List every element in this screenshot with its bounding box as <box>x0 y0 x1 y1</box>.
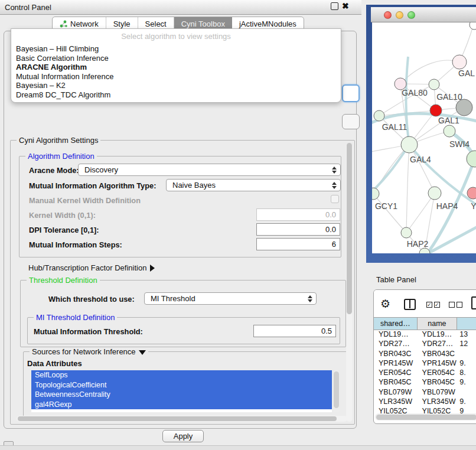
dropdown-prompt: Select algorithm to view settings <box>11 32 341 41</box>
network-edge[interactable] <box>373 194 406 233</box>
sources-title[interactable]: Sources for Network Inference <box>30 347 148 356</box>
hub-definition-toggle[interactable]: Hub/Transcription Factor Definition <box>28 263 155 272</box>
table-row[interactable]: YDL19…YDL19…13 <box>374 330 476 340</box>
close-traffic-light-icon[interactable] <box>384 11 392 19</box>
network-node-gcy1[interactable] <box>372 188 379 200</box>
table-row[interactable]: YLR345WYLR345W9. <box>374 397 476 407</box>
dpi-tolerance-label: DPI Tolerance [0,1]: <box>29 226 99 234</box>
mi-threshold-label: Mutual Information Threshold: <box>34 327 143 336</box>
dropdown-item[interactable]: Bayesian – Hill Climbing <box>15 44 337 54</box>
float-window-icon[interactable] <box>331 2 338 10</box>
table-row[interactable]: YBL079WYBL079W <box>374 388 476 397</box>
apply-button[interactable]: Apply <box>162 430 204 442</box>
kernel-width-field[interactable]: 0.0 <box>256 208 340 221</box>
network-edge-thick[interactable] <box>427 226 476 253</box>
close-icon[interactable]: ✖ <box>342 1 349 11</box>
dropdown-item[interactable]: Bayesian – K2 <box>15 81 337 90</box>
table-cell: YDL19… <box>418 330 458 340</box>
dropdown-item[interactable]: ARACNE Algorithm <box>15 63 337 72</box>
focused-button-fragment[interactable] <box>342 84 360 102</box>
network-edge-thick[interactable] <box>409 145 476 207</box>
network-node[interactable] <box>467 151 476 167</box>
aracne-mode-select[interactable]: Discovery <box>78 164 341 176</box>
attributes-scrollbar[interactable] <box>333 370 340 412</box>
zoom-traffic-light-icon[interactable] <box>407 11 415 19</box>
unchecked-checkboxes-icon[interactable] <box>449 302 462 308</box>
table-row[interactable]: YBR043CYBR043C <box>374 350 476 359</box>
mi-threshold-definition-group: MI Threshold Definition Mutual Informati… <box>27 317 340 344</box>
node-label: GAL11 <box>382 122 407 132</box>
node-label: GAL80 <box>402 88 428 97</box>
data-attributes-list[interactable]: SelfLoopsTopologicalCoefficientBetweenne… <box>31 370 332 412</box>
network-canvas[interactable]: GALGAL80GAL10GAL1GAL11SWI4GAL4GCY1HAP4YH… <box>372 22 476 253</box>
network-node-hap4[interactable] <box>428 187 441 200</box>
network-node-gal11[interactable] <box>374 110 384 121</box>
dropdown-items: Bayesian – Hill ClimbingBasic Correlatio… <box>15 44 337 99</box>
table-cell: YDL19… <box>374 330 418 340</box>
network-edge-thick[interactable] <box>372 145 409 195</box>
which-threshold-label: Which threshold to use: <box>48 295 135 304</box>
dropdown-item[interactable]: Basic Correlation Inference <box>15 54 337 63</box>
table-horizontal-scrollbar[interactable] <box>375 413 476 420</box>
network-edge[interactable] <box>406 193 435 233</box>
table-cell: 12 <box>457 340 476 349</box>
network-node[interactable] <box>470 22 476 30</box>
table-cell: YBR043C <box>418 350 458 359</box>
table-row[interactable]: YDR27…YDR27…12 <box>374 340 476 349</box>
network-node-hap2[interactable] <box>401 227 412 238</box>
tab-label: jActiveMNodules <box>239 19 296 28</box>
mi-threshold-field[interactable]: 0.5 <box>253 325 336 337</box>
dpi-tolerance-field[interactable]: 0.0 <box>256 223 340 236</box>
column-header-shared[interactable]: shared… <box>374 318 418 330</box>
dropdown-item[interactable]: Dream8 DC_TDC Algorithm <box>15 90 337 100</box>
network-edge[interactable] <box>406 145 409 233</box>
manual-kernel-checkbox[interactable] <box>331 195 339 203</box>
checked-checkboxes-icon[interactable]: ✓✓ <box>426 302 440 308</box>
which-threshold-select[interactable]: MI Threshold <box>144 292 317 305</box>
table-cell <box>457 350 476 359</box>
column-header-partial[interactable] <box>457 318 476 330</box>
columns-icon[interactable] <box>404 299 416 310</box>
network-node-gal[interactable] <box>452 55 467 69</box>
network-node-gal1[interactable] <box>430 105 442 116</box>
column-header-name[interactable]: name <box>418 318 458 330</box>
table-header-row: shared… name <box>374 317 476 330</box>
settings-group-title: Cyni Algorithm Settings <box>17 136 100 145</box>
node-label: HAP4 <box>436 201 458 211</box>
button-fragment[interactable] <box>342 114 360 129</box>
network-node-y[interactable] <box>467 187 476 199</box>
minimize-traffic-light-icon[interactable] <box>396 11 403 19</box>
attribute-item[interactable]: gal4RGexp <box>31 400 332 410</box>
table-cell: YPR145W <box>374 359 418 369</box>
algorithm-definition-title: Algorithm Definition <box>25 152 97 161</box>
mi-steps-label: Mutual Information Steps: <box>29 240 122 249</box>
table-row[interactable]: YER054CYER054C8. <box>374 369 476 378</box>
settings-vertical-scrollbar[interactable] <box>346 143 353 422</box>
network-icon <box>60 20 67 28</box>
network-node[interactable] <box>419 248 430 253</box>
data-attributes-label: Data Attributes <box>27 359 82 368</box>
table-cell <box>457 388 476 397</box>
attribute-item[interactable]: SelfLoops <box>31 370 332 380</box>
network-edge[interactable] <box>400 60 459 84</box>
network-node[interactable] <box>456 99 472 116</box>
dropdown-item[interactable]: Mutual Information Inference <box>15 72 337 81</box>
threshold-definition-group: Threshold Definition Which threshold to … <box>20 280 346 347</box>
settings-horizontal-scrollbar[interactable] <box>17 416 347 422</box>
gear-icon[interactable]: ⚙ <box>380 297 390 311</box>
network-node-gal10[interactable] <box>429 79 439 90</box>
combo-stepper-icon <box>308 295 312 303</box>
table-row[interactable]: YBR045CYBR045C9. <box>374 378 476 387</box>
mi-algorithm-type-select[interactable]: Naive Bayes <box>166 179 341 191</box>
kernel-width-label: Kernel Width (0,1): <box>29 211 96 220</box>
document-icon[interactable] <box>471 296 476 309</box>
network-node-swi4[interactable] <box>444 125 455 137</box>
attribute-item[interactable]: TopologicalCoefficient <box>31 380 332 390</box>
mi-steps-field[interactable]: 6 <box>256 238 340 250</box>
table-cell: 13 <box>457 330 476 340</box>
table-cell: YBL079W <box>374 388 418 397</box>
network-node-gal4[interactable] <box>401 136 418 153</box>
attribute-item[interactable]: BetweennessCentrality <box>31 390 332 400</box>
network-graph <box>372 22 476 253</box>
table-row[interactable]: YPR145WYPR145W9. <box>374 359 476 369</box>
